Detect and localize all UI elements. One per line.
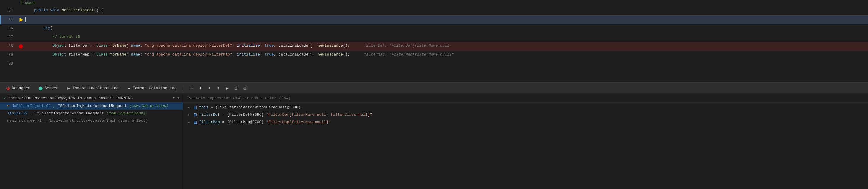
kw-public: public <box>34 8 48 12</box>
var-value-filtermap: {FilterMap@3700} <box>227 120 264 124</box>
var-icon-filtermap <box>194 121 197 124</box>
code-line-86: 86 try{ <box>0 24 868 33</box>
str-filterdef: "org.apache.catalina.deploy.FilterDef" <box>145 43 232 48</box>
line-content-89: Object filterMap = Class.forName( name: … <box>24 51 868 60</box>
line-gutter-89 <box>18 51 24 60</box>
filter-btn[interactable]: ▾ <box>173 96 175 100</box>
var-icon-filterdef <box>194 114 197 116</box>
line-number-88: 88 <box>0 42 18 51</box>
cls-class2: Class <box>96 52 108 57</box>
frame-1-class: T5FilterInjectorWithoutRequest <box>58 104 127 108</box>
frame-3-pkg: (sun.reflect) <box>118 119 148 123</box>
var-name-filterdef: filterDef <box>199 113 220 117</box>
param-initialize: initialize <box>237 43 260 48</box>
param-name2: name <box>131 52 140 57</box>
comma-1: , <box>53 104 56 108</box>
line-gutter-87 <box>18 33 24 42</box>
kw-void: void <box>50 8 59 12</box>
kw-true2: true <box>265 52 274 57</box>
left-panel: ✓ "http-9090-Processor23"@2,196 in group… <box>0 94 183 189</box>
frame-2-class: T5FilterInjectorWithoutRequest <box>35 111 104 116</box>
line-gutter-85 <box>18 15 24 24</box>
expand-filtermap-icon[interactable]: ▶ <box>188 121 191 124</box>
fn-newinstance: newInstance <box>318 43 343 48</box>
tab-tomcat-localhost[interactable]: ▶ Tomcat Localhost Log <box>63 84 122 92</box>
thread-check-icon: ✓ <box>4 96 6 100</box>
debug-arrow-85 <box>20 18 23 22</box>
log-icon-2: ▶ <box>127 86 131 90</box>
line-content-86: try{ <box>24 24 868 33</box>
toolbar-columns-btn[interactable]: ⊟ <box>241 84 249 92</box>
code-line-90: 90 <box>0 60 868 68</box>
toolbar-resume-btn[interactable]: ▶ <box>223 84 231 92</box>
comma-3: , <box>44 119 46 123</box>
breakpoint-88[interactable] <box>19 44 23 49</box>
comma-2: , <box>30 111 32 116</box>
code-line-89: 89 Object filterMap = Class.forName( nam… <box>0 51 868 60</box>
cursor <box>25 17 26 22</box>
kw-try: try <box>43 26 50 30</box>
eval-bar: Evaluate expression (⌘↵) or add a watch … <box>183 94 868 102</box>
var-equals-filterdef: = <box>222 113 224 117</box>
param-name: name <box>131 43 140 48</box>
var-this[interactable]: ▶ this = {T5FilterInjectorWithoutRequest… <box>183 104 868 111</box>
var-filtermap[interactable]: ▶ filterMap = {FilterMap@3700} "FilterMa… <box>183 119 868 126</box>
fn-dofilterinject: doFilterInject <box>62 8 94 12</box>
var-equals-filtermap: = <box>222 120 224 124</box>
comment-87: // tomcat v5 <box>53 35 80 39</box>
code-editor: 1 usage 84 public void doFilterInject() … <box>0 0 868 83</box>
code-line-85: 85 <box>0 15 868 24</box>
str-filtermap: "org.apache.catalina.deploy.FilterMap" <box>145 52 232 57</box>
var-name-filtermap: filterMap <box>199 120 220 124</box>
var-catalinaldr: catalinaLoader <box>278 43 311 48</box>
right-panel: Evaluate expression (⌘↵) or add a watch … <box>183 94 868 189</box>
fn-newinstance2: newInstance <box>318 52 343 57</box>
main-container: 1 usage 84 public void doFilterInject() … <box>0 0 868 189</box>
frame-1-method: doFilterInject:92 <box>11 104 51 108</box>
debugger-content: ✓ "http-9090-Processor23"@2,196 in group… <box>0 94 868 189</box>
fn-forname: forName <box>110 43 126 48</box>
frame-2-pkg: (com.lab.writeup) <box>106 111 146 116</box>
tab-server[interactable]: ⬤ Server <box>35 84 62 92</box>
cls-object2: Object <box>53 52 66 57</box>
eval-placeholder[interactable]: Evaluate expression (⌘↵) or add a watch … <box>187 96 864 100</box>
line-content-88: Object filterDef = Class.forName( name: … <box>24 42 868 51</box>
toolbar-step-out-btn[interactable]: ⬆ <box>214 84 222 92</box>
line-number-87: 87 <box>0 33 18 42</box>
toolbar-step-into-btn[interactable]: ⬇ <box>205 84 214 92</box>
tab-debugger[interactable]: 🐞 Debugger <box>2 84 34 92</box>
code-line-87: 87 // tomcat v5 <box>0 33 868 42</box>
stack-frame-1[interactable]: ↩ doFilterInject:92 , T5FilterInjectorWi… <box>0 102 183 109</box>
thread-item[interactable]: ✓ "http-9090-Processor23"@2,196 in group… <box>0 94 183 102</box>
line-content-90 <box>24 60 868 68</box>
tab-tomcat-catalina[interactable]: ▶ Tomcat Catalina Log <box>123 84 180 92</box>
line-gutter-84 <box>18 6 24 15</box>
stack-frame-3[interactable]: newInstance0:-1 , NativeConstructorAcces… <box>0 117 183 124</box>
tab-tomcat-catalina-label: Tomcat Catalina Log <box>133 86 176 90</box>
bug-icon: 🐞 <box>6 86 10 90</box>
frame-3-method: newInstance0:-1 <box>7 119 42 123</box>
thread-label: "http-9090-Processor23"@2,196 in group "… <box>8 96 133 100</box>
line-number-84: 84 <box>0 6 18 15</box>
debugger-tabs: 🐞 Debugger ⬤ Server ▶ Tomcat Localhost L… <box>0 83 868 94</box>
frame-arrow-icon: ↩ <box>7 104 9 108</box>
toolbar-list-btn[interactable]: ≡ <box>188 84 196 92</box>
expand-this-icon[interactable]: ▶ <box>188 106 191 109</box>
var-catalinaldr2: catalinaLoader <box>278 52 311 57</box>
param-initialize2: initialize <box>237 52 260 57</box>
expand-filterdef-icon[interactable]: ▶ <box>188 113 191 117</box>
var-filterdef[interactable]: ▶ filterDef = {FilterDef@3696} "FilterDe… <box>183 111 868 119</box>
line-number-90: 90 <box>0 60 18 68</box>
line-content-85 <box>24 15 868 24</box>
line-gutter-90 <box>18 60 24 68</box>
line-content-87: // tomcat v5 <box>24 33 868 42</box>
stack-frame-2[interactable]: <init>:27 , T5FilterInjectorWithoutReque… <box>0 109 183 117</box>
var-equals-this: = <box>211 105 213 109</box>
variables-list: ▶ this = {T5FilterInjectorWithoutRequest… <box>183 102 868 189</box>
line-number-85: 85 <box>1 15 18 24</box>
toolbar-frame-btn[interactable]: ⊞ <box>232 84 240 92</box>
toolbar-step-over-btn[interactable]: ⬆ <box>196 84 205 92</box>
filter-icon[interactable]: ⊤ <box>177 96 179 100</box>
log-icon-1: ▶ <box>66 86 71 90</box>
usage-hint: 1 usage <box>0 0 868 6</box>
